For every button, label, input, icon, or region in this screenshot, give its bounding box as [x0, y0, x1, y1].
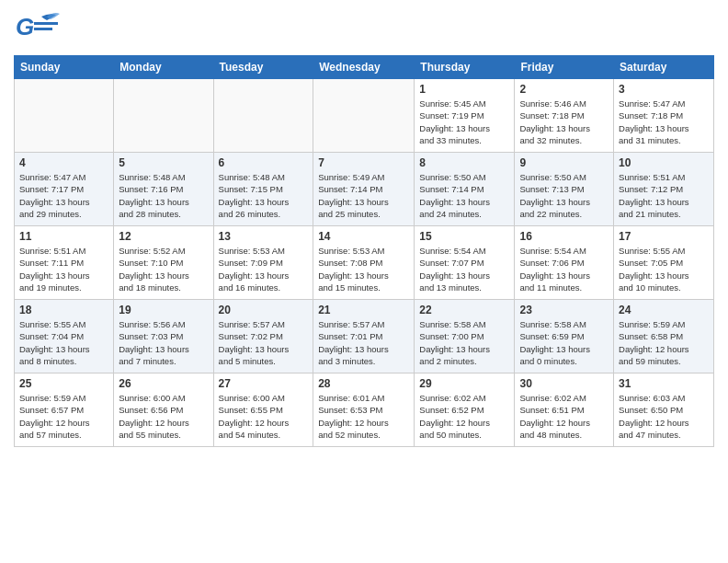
day-number: 28: [318, 377, 409, 390]
logo-icon: G: [14, 9, 60, 48]
day-info: Sunrise: 5:47 AM Sunset: 7:18 PM Dayligh…: [619, 98, 709, 146]
day-info: Sunrise: 5:59 AM Sunset: 6:58 PM Dayligh…: [619, 318, 709, 367]
day-number: 31: [619, 377, 709, 390]
calendar-cell: 16Sunrise: 5:54 AM Sunset: 7:06 PM Dayli…: [515, 226, 614, 300]
calendar-cell: 13Sunrise: 5:53 AM Sunset: 7:09 PM Dayli…: [213, 226, 313, 300]
day-number: 6: [219, 156, 309, 169]
weekday-header-thursday: Thursday: [415, 56, 515, 79]
calendar-cell: [114, 79, 213, 153]
day-info: Sunrise: 5:58 AM Sunset: 7:00 PM Dayligh…: [419, 318, 509, 367]
day-number: 2: [519, 83, 609, 96]
day-number: 29: [419, 377, 509, 390]
calendar-cell: 5Sunrise: 5:48 AM Sunset: 7:16 PM Daylig…: [114, 153, 213, 226]
calendar-cell: 19Sunrise: 5:56 AM Sunset: 7:03 PM Dayli…: [114, 300, 213, 373]
day-number: 18: [19, 304, 108, 316]
calendar-cell: 4Sunrise: 5:47 AM Sunset: 7:17 PM Daylig…: [15, 153, 114, 226]
day-info: Sunrise: 6:00 AM Sunset: 6:55 PM Dayligh…: [219, 392, 309, 441]
day-number: 22: [419, 304, 509, 316]
day-number: 1: [419, 83, 509, 96]
day-number: 30: [519, 377, 609, 390]
day-info: Sunrise: 5:51 AM Sunset: 7:12 PM Dayligh…: [619, 171, 709, 220]
day-info: Sunrise: 5:54 AM Sunset: 7:06 PM Dayligh…: [519, 245, 609, 293]
weekday-header-monday: Monday: [114, 56, 213, 79]
day-number: 24: [619, 304, 709, 316]
weekday-header-friday: Friday: [515, 56, 614, 79]
svg-text:G: G: [16, 13, 34, 40]
weekday-header-tuesday: Tuesday: [213, 56, 313, 79]
day-info: Sunrise: 5:45 AM Sunset: 7:19 PM Dayligh…: [419, 98, 509, 146]
calendar-cell: 15Sunrise: 5:54 AM Sunset: 7:07 PM Dayli…: [415, 226, 515, 300]
calendar-cell: 14Sunrise: 5:53 AM Sunset: 7:08 PM Dayli…: [313, 226, 415, 300]
calendar-cell: 24Sunrise: 5:59 AM Sunset: 6:58 PM Dayli…: [614, 300, 714, 373]
calendar-week-2: 4Sunrise: 5:47 AM Sunset: 7:17 PM Daylig…: [15, 153, 714, 226]
calendar-cell: [15, 79, 114, 153]
calendar-cell: 26Sunrise: 6:00 AM Sunset: 6:56 PM Dayli…: [114, 373, 213, 447]
weekday-header-sunday: Sunday: [15, 56, 114, 79]
calendar-cell: 12Sunrise: 5:52 AM Sunset: 7:10 PM Dayli…: [114, 226, 213, 300]
day-info: Sunrise: 5:47 AM Sunset: 7:17 PM Dayligh…: [19, 171, 108, 220]
calendar-cell: 10Sunrise: 5:51 AM Sunset: 7:12 PM Dayli…: [614, 153, 714, 226]
calendar-cell: 31Sunrise: 6:03 AM Sunset: 6:50 PM Dayli…: [614, 373, 714, 447]
day-number: 10: [619, 156, 709, 169]
calendar-cell: 1Sunrise: 5:45 AM Sunset: 7:19 PM Daylig…: [415, 79, 515, 153]
day-info: Sunrise: 6:03 AM Sunset: 6:50 PM Dayligh…: [619, 392, 709, 441]
day-info: Sunrise: 6:02 AM Sunset: 6:51 PM Dayligh…: [519, 392, 609, 441]
calendar-cell: 27Sunrise: 6:00 AM Sunset: 6:55 PM Dayli…: [213, 373, 313, 447]
day-info: Sunrise: 5:53 AM Sunset: 7:09 PM Dayligh…: [219, 245, 309, 293]
day-info: Sunrise: 5:51 AM Sunset: 7:11 PM Dayligh…: [19, 245, 108, 293]
day-info: Sunrise: 5:52 AM Sunset: 7:10 PM Dayligh…: [119, 245, 208, 293]
svg-rect-1: [34, 22, 58, 25]
calendar-cell: [313, 79, 415, 153]
weekday-header-row: SundayMondayTuesdayWednesdayThursdayFrid…: [15, 56, 714, 79]
calendar-week-4: 18Sunrise: 5:55 AM Sunset: 7:04 PM Dayli…: [15, 300, 714, 373]
header: G: [14, 9, 714, 48]
day-info: Sunrise: 5:57 AM Sunset: 7:02 PM Dayligh…: [219, 318, 309, 367]
svg-rect-2: [34, 28, 52, 30]
calendar-week-5: 25Sunrise: 5:59 AM Sunset: 6:57 PM Dayli…: [15, 373, 714, 447]
day-info: Sunrise: 6:02 AM Sunset: 6:52 PM Dayligh…: [419, 392, 509, 441]
day-number: 14: [318, 230, 409, 243]
calendar-cell: 11Sunrise: 5:51 AM Sunset: 7:11 PM Dayli…: [15, 226, 114, 300]
day-number: 25: [19, 377, 108, 390]
page-container: G SundayMondayTuesdayWednesdayThursdayFr…: [0, 0, 728, 456]
day-number: 5: [119, 156, 208, 169]
day-info: Sunrise: 5:56 AM Sunset: 7:03 PM Dayligh…: [119, 318, 208, 367]
day-info: Sunrise: 5:55 AM Sunset: 7:05 PM Dayligh…: [619, 245, 709, 293]
day-number: 23: [519, 304, 609, 316]
calendar-cell: 30Sunrise: 6:02 AM Sunset: 6:51 PM Dayli…: [515, 373, 614, 447]
day-info: Sunrise: 6:01 AM Sunset: 6:53 PM Dayligh…: [318, 392, 409, 441]
calendar-table: SundayMondayTuesdayWednesdayThursdayFrid…: [14, 55, 714, 447]
day-number: 3: [619, 83, 709, 96]
day-info: Sunrise: 5:59 AM Sunset: 6:57 PM Dayligh…: [19, 392, 108, 441]
day-info: Sunrise: 5:48 AM Sunset: 7:15 PM Dayligh…: [219, 171, 309, 220]
day-number: 15: [419, 230, 509, 243]
day-info: Sunrise: 5:54 AM Sunset: 7:07 PM Dayligh…: [419, 245, 509, 293]
day-info: Sunrise: 5:55 AM Sunset: 7:04 PM Dayligh…: [19, 318, 108, 367]
day-number: 11: [19, 230, 108, 243]
day-number: 17: [619, 230, 709, 243]
day-number: 16: [519, 230, 609, 243]
calendar-cell: [213, 79, 313, 153]
calendar-cell: 7Sunrise: 5:49 AM Sunset: 7:14 PM Daylig…: [313, 153, 415, 226]
calendar-cell: 8Sunrise: 5:50 AM Sunset: 7:14 PM Daylig…: [415, 153, 515, 226]
day-number: 26: [119, 377, 208, 390]
day-info: Sunrise: 5:46 AM Sunset: 7:18 PM Dayligh…: [519, 98, 609, 146]
weekday-header-wednesday: Wednesday: [313, 56, 415, 79]
day-number: 21: [318, 304, 409, 316]
day-number: 12: [119, 230, 208, 243]
calendar-cell: 18Sunrise: 5:55 AM Sunset: 7:04 PM Dayli…: [15, 300, 114, 373]
day-number: 7: [318, 156, 409, 169]
calendar-cell: 9Sunrise: 5:50 AM Sunset: 7:13 PM Daylig…: [515, 153, 614, 226]
day-info: Sunrise: 6:00 AM Sunset: 6:56 PM Dayligh…: [119, 392, 208, 441]
day-info: Sunrise: 5:48 AM Sunset: 7:16 PM Dayligh…: [119, 171, 208, 220]
calendar-cell: 21Sunrise: 5:57 AM Sunset: 7:01 PM Dayli…: [313, 300, 415, 373]
weekday-header-saturday: Saturday: [614, 56, 714, 79]
calendar-cell: 23Sunrise: 5:58 AM Sunset: 6:59 PM Dayli…: [515, 300, 614, 373]
day-number: 20: [219, 304, 309, 316]
day-number: 8: [419, 156, 509, 169]
calendar-week-1: 1Sunrise: 5:45 AM Sunset: 7:19 PM Daylig…: [15, 79, 714, 153]
day-number: 27: [219, 377, 309, 390]
calendar-cell: 17Sunrise: 5:55 AM Sunset: 7:05 PM Dayli…: [614, 226, 714, 300]
day-info: Sunrise: 5:49 AM Sunset: 7:14 PM Dayligh…: [318, 171, 409, 220]
day-info: Sunrise: 5:53 AM Sunset: 7:08 PM Dayligh…: [318, 245, 409, 293]
